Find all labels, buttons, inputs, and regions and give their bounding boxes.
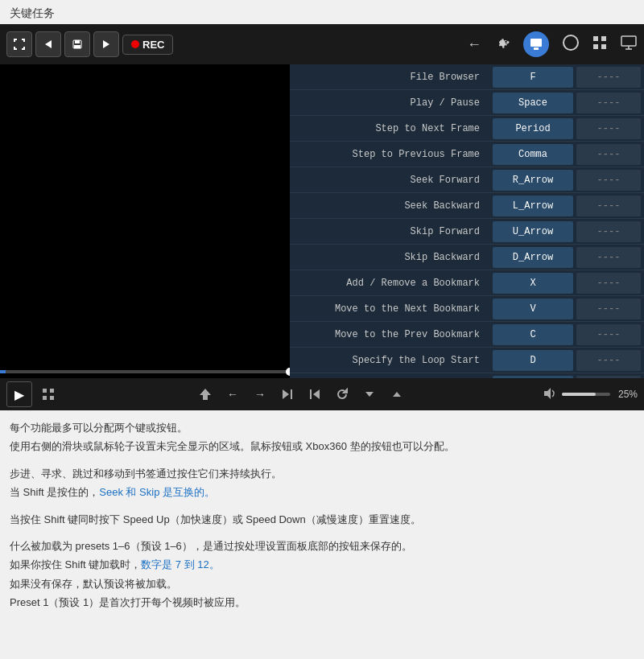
svg-rect-9 bbox=[601, 36, 606, 41]
toolbar-right: ← bbox=[467, 31, 638, 57]
keybind-key2[interactable]: ---- bbox=[576, 67, 641, 88]
play-button[interactable]: ▶ bbox=[6, 381, 32, 407]
info-line-7-normal: 如果你按住 Shift 键加载时， bbox=[10, 558, 141, 570]
keybind-label: Move to the Prev Bookmark bbox=[290, 329, 489, 340]
svg-rect-10 bbox=[593, 44, 598, 49]
active-view-icon[interactable] bbox=[523, 31, 549, 57]
keybind-row: File BrowserF---- bbox=[290, 64, 644, 90]
svg-rect-18 bbox=[50, 396, 54, 400]
info-line-7-highlight: 数字是 7 到 12。 bbox=[141, 558, 220, 570]
keybind-key1[interactable]: R_Arrow bbox=[493, 170, 573, 191]
keybind-key2[interactable]: ---- bbox=[576, 170, 641, 191]
info-section-2: 步进、寻求、跳过和移动到书签通过按住它们来持续执行。 当 Shift 是按住的，… bbox=[10, 464, 634, 502]
volume-fill bbox=[562, 393, 596, 396]
keybind-label: File Browser bbox=[290, 72, 489, 83]
keybind-key1[interactable]: D bbox=[493, 350, 573, 371]
timeline-bar[interactable] bbox=[0, 370, 290, 373]
svg-rect-3 bbox=[74, 45, 80, 48]
keybind-key1[interactable]: D_Arrow bbox=[493, 247, 573, 268]
svg-rect-6 bbox=[534, 47, 539, 50]
rec-dot bbox=[131, 40, 139, 48]
ctrl-back-icon[interactable]: ← bbox=[221, 383, 244, 406]
bottom-controls: ▶ ← → bbox=[0, 378, 644, 410]
player-container: REC ← bbox=[0, 24, 644, 410]
keybind-key2[interactable]: ---- bbox=[576, 247, 641, 268]
svg-marker-26 bbox=[393, 392, 401, 397]
keybind-key2[interactable]: ---- bbox=[576, 221, 641, 242]
prev-button[interactable] bbox=[35, 31, 61, 57]
volume-bar[interactable] bbox=[562, 393, 610, 396]
keybind-label: Specify the Loop Start bbox=[290, 355, 489, 366]
keybind-key2[interactable]: ---- bbox=[576, 299, 641, 319]
keybind-key2[interactable]: ---- bbox=[576, 324, 641, 345]
keybind-row: Skip ForwardU_Arrow---- bbox=[290, 219, 644, 245]
circle-icon[interactable] bbox=[562, 34, 580, 56]
keybind-row: Move to the Next BookmarkV---- bbox=[290, 296, 644, 322]
keybind-row: Play / PauseSpace---- bbox=[290, 90, 644, 116]
info-area: 每个功能最多可以分配两个键或按钮。 使用右侧的滑块或鼠标轮子设置未完全显示的区域… bbox=[0, 410, 644, 628]
keybind-key1[interactable]: Comma bbox=[493, 144, 573, 165]
grid-ctrl-icon[interactable] bbox=[37, 383, 60, 406]
keybind-key2[interactable]: ---- bbox=[576, 273, 641, 294]
keybind-key2[interactable]: ---- bbox=[576, 118, 641, 139]
info-line-9: Preset 1（预设 1）是首次打开每个视频时被应用。 bbox=[10, 593, 634, 612]
keybind-row: Seek BackwardL_Arrow---- bbox=[290, 193, 644, 219]
keybind-key1[interactable]: U_Arrow bbox=[493, 221, 573, 242]
info-section-3: 当按住 Shift 键同时按下 Speed Up（加快速度）或 Speed Do… bbox=[10, 510, 634, 529]
keybind-row: Step to Previous FrameComma---- bbox=[290, 142, 644, 167]
keybind-label: Step to Previous Frame bbox=[290, 149, 489, 160]
info-line-2: 使用右侧的滑块或鼠标轮子设置未完全显示的区域。鼠标按钮或 Xbox360 垫的按… bbox=[10, 437, 634, 455]
keybind-label: Seek Forward bbox=[290, 175, 489, 186]
info-line-7: 如果你按住 Shift 键加载时，数字是 7 到 12。 bbox=[10, 555, 634, 574]
svg-rect-8 bbox=[593, 36, 598, 41]
svg-rect-15 bbox=[43, 389, 47, 393]
keybind-key1[interactable]: L_Arrow bbox=[493, 196, 573, 216]
video-area: 00:00 1:00:00 bbox=[0, 24, 290, 410]
keybind-key1[interactable]: Space bbox=[493, 93, 573, 113]
keybind-row: Move to the Prev BookmarkC---- bbox=[290, 322, 644, 348]
grid-icon[interactable] bbox=[592, 35, 607, 54]
save-button[interactable] bbox=[64, 31, 90, 57]
home-ctrl-icon[interactable] bbox=[194, 383, 217, 406]
rec-button[interactable]: REC bbox=[122, 35, 173, 55]
svg-marker-20 bbox=[283, 389, 289, 399]
monitor-icon[interactable] bbox=[620, 34, 638, 56]
keybind-key2[interactable]: ---- bbox=[576, 196, 641, 216]
keybind-key1[interactable]: V bbox=[493, 299, 573, 319]
svg-rect-23 bbox=[310, 389, 312, 399]
volume-icon[interactable] bbox=[543, 386, 557, 403]
svg-rect-5 bbox=[530, 39, 542, 47]
ctrl-skip-start-icon[interactable] bbox=[303, 383, 326, 406]
back-icon[interactable]: ← bbox=[467, 36, 481, 53]
keybind-key1[interactable]: F bbox=[493, 67, 573, 88]
ctrl-reload-icon[interactable] bbox=[331, 383, 353, 406]
svg-rect-2 bbox=[75, 40, 80, 43]
toolbar-left: REC bbox=[6, 31, 173, 57]
keybind-label: Play / Pause bbox=[290, 97, 489, 109]
keybind-key2[interactable]: ---- bbox=[576, 144, 641, 165]
info-line-8: 如果没有保存，默认预设将被加载。 bbox=[10, 575, 634, 593]
svg-marker-19 bbox=[200, 389, 211, 400]
settings-icon[interactable] bbox=[494, 35, 510, 55]
keybind-key1[interactable]: Period bbox=[493, 118, 573, 139]
fullscreen-button[interactable] bbox=[6, 31, 32, 57]
next-button[interactable] bbox=[93, 31, 119, 57]
keybind-key1[interactable]: X bbox=[493, 273, 573, 294]
page-title: 关键任务 bbox=[0, 0, 644, 24]
keybind-label: Seek Backward bbox=[290, 200, 489, 212]
svg-rect-21 bbox=[291, 389, 292, 399]
rec-label: REC bbox=[142, 39, 164, 51]
keybind-row: Seek ForwardR_Arrow---- bbox=[290, 167, 644, 193]
ctrl-down-icon[interactable] bbox=[358, 383, 381, 406]
ctrl-fwd-icon[interactable]: → bbox=[249, 383, 271, 406]
keybind-row: Step to Next FramePeriod---- bbox=[290, 116, 644, 142]
keybind-label: Skip Backward bbox=[290, 252, 489, 263]
svg-marker-22 bbox=[313, 389, 320, 399]
ctrl-up-icon[interactable] bbox=[386, 383, 408, 406]
keybind-label: Add / Remove a Bookmark bbox=[290, 278, 489, 289]
ctrl-skip-end-icon[interactable] bbox=[276, 383, 299, 406]
info-line-5: 当按住 Shift 键同时按下 Speed Up（加快速度）或 Speed Do… bbox=[10, 510, 634, 529]
keybind-key1[interactable]: C bbox=[493, 324, 573, 345]
keybind-key2[interactable]: ---- bbox=[576, 93, 641, 113]
keybind-key2[interactable]: ---- bbox=[576, 350, 641, 371]
